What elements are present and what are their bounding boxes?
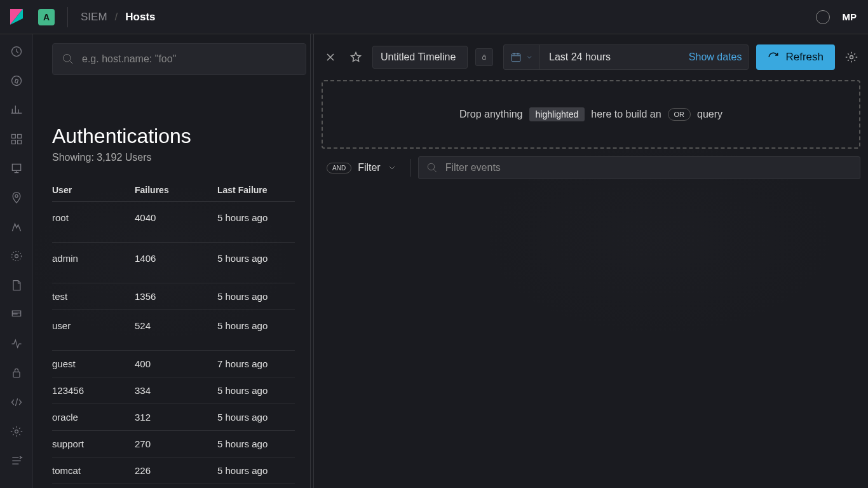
cell-failures: 400 [135, 358, 217, 369]
collapse-icon[interactable] [10, 454, 24, 468]
svg-point-9 [15, 194, 17, 197]
recent-icon[interactable] [10, 44, 24, 58]
lock-button[interactable] [475, 48, 493, 66]
svg-rect-7 [17, 140, 21, 144]
svg-rect-17 [512, 54, 520, 62]
siem-icon[interactable] [10, 366, 24, 380]
svg-rect-5 [17, 135, 21, 139]
maps-icon[interactable] [10, 191, 24, 205]
timeline-settings-button[interactable] [843, 48, 860, 66]
cell-failures: 270 [135, 438, 217, 449]
refresh-button[interactable]: Refresh [756, 44, 835, 70]
cell-failures: 524 [135, 320, 217, 331]
left-nav-rail [0, 34, 33, 488]
kql-input[interactable] [82, 53, 297, 65]
panel-title: Authentications [52, 125, 310, 148]
breadcrumb-siem[interactable]: SIEM [81, 11, 107, 24]
svg-rect-6 [11, 140, 15, 144]
divider [67, 7, 68, 27]
table-row[interactable]: root40405 hours ago [52, 202, 295, 243]
filter-events-wrap[interactable] [418, 156, 860, 179]
filter-events-input[interactable] [445, 162, 852, 173]
filter-label: Filter [358, 162, 381, 173]
and-filter-dropdown[interactable]: AND Filter [322, 158, 402, 177]
stack-mgmt-icon[interactable] [10, 424, 24, 438]
search-icon [426, 162, 438, 173]
kibana-logo[interactable] [6, 7, 27, 27]
cell-last-failure: 5 hours ago [217, 212, 295, 223]
drop-text-post: query [697, 109, 722, 120]
filter-row: AND Filter [322, 156, 860, 179]
col-failures[interactable]: Failures [135, 185, 217, 195]
cell-last-failure: 5 hours ago [217, 253, 295, 264]
cell-failures: 312 [135, 412, 217, 423]
table-row[interactable]: guest4007 hours ago [52, 351, 295, 377]
svg-rect-8 [12, 164, 20, 170]
cell-user: support [52, 438, 135, 449]
divider [410, 159, 410, 177]
table-row[interactable]: 1234563345 hours ago [52, 377, 295, 404]
cell-last-failure: 5 hours ago [217, 291, 295, 302]
table-row[interactable]: oracle3125 hours ago [52, 404, 295, 431]
timeline-title-input[interactable] [372, 46, 468, 69]
apm-icon[interactable] [10, 308, 24, 322]
table-row[interactable]: user5245 hours ago [52, 310, 295, 351]
kql-search[interactable] [52, 43, 306, 75]
infra-icon[interactable] [10, 249, 24, 263]
col-last-failure[interactable]: Last Failure [217, 185, 295, 195]
discover-icon[interactable] [10, 74, 24, 88]
main-area: Authentications Showing: 3,192 Users Use… [33, 34, 868, 488]
cell-last-failure: 5 hours ago [217, 465, 295, 476]
close-timeline-button[interactable] [322, 48, 339, 66]
cell-user: admin [52, 253, 135, 264]
highlighted-pill: highlighted [529, 107, 585, 121]
svg-point-18 [850, 56, 853, 59]
cell-failures: 334 [135, 385, 217, 396]
col-user[interactable]: User [52, 185, 135, 195]
svg-rect-16 [483, 57, 486, 59]
dashboard-icon[interactable] [10, 132, 24, 146]
newsfeed-icon[interactable] [816, 10, 830, 24]
timeline-header: Last 24 hours Show dates Refresh [322, 43, 860, 71]
dev-tools-icon[interactable] [10, 395, 24, 409]
space-badge[interactable]: A [38, 9, 55, 25]
table-row[interactable]: admin14065 hours ago [52, 243, 295, 283]
top-bar: A SIEM / Hosts MP [0, 0, 868, 34]
cell-user: guest [52, 358, 135, 369]
cell-user: tomcat [52, 465, 135, 476]
table-row[interactable]: tomcat2265 hours ago [52, 458, 295, 484]
svg-point-14 [15, 430, 18, 433]
and-badge: AND [327, 163, 351, 173]
favorite-star-icon[interactable] [347, 48, 365, 66]
table-row[interactable]: support2705 hours ago [52, 431, 295, 458]
uptime-icon[interactable] [10, 337, 24, 351]
cell-failures: 4040 [135, 212, 217, 223]
calendar-icon[interactable] [504, 45, 540, 69]
cell-last-failure: 5 hours ago [217, 412, 295, 423]
chevron-down-icon [387, 163, 397, 173]
auth-table: User Failures Last Failure root40405 hou… [52, 179, 295, 484]
breadcrumb-hosts[interactable]: Hosts [125, 11, 155, 24]
or-pill: OR [668, 108, 691, 121]
visualize-icon[interactable] [10, 103, 24, 117]
breadcrumb-sep: / [115, 11, 118, 24]
cell-last-failure: 7 hours ago [217, 358, 295, 369]
cell-user: test [52, 291, 135, 302]
logs-icon[interactable] [10, 278, 24, 292]
cell-last-failure: 5 hours ago [217, 320, 295, 331]
ml-icon[interactable] [10, 220, 24, 234]
cell-failures: 1406 [135, 253, 217, 264]
cell-last-failure: 5 hours ago [217, 385, 295, 396]
svg-rect-13 [13, 372, 20, 377]
query-dropzone[interactable]: Drop anything highlighted here to build … [322, 80, 860, 149]
svg-point-19 [428, 163, 435, 170]
show-dates-link[interactable]: Show dates [689, 51, 742, 63]
date-picker[interactable]: Last 24 hours Show dates [503, 44, 749, 70]
date-range-text: Last 24 hours [540, 51, 689, 63]
user-avatar[interactable]: MP [843, 11, 857, 22]
canvas-icon[interactable] [10, 161, 24, 175]
svg-rect-12 [12, 311, 20, 316]
table-row[interactable]: test13565 hours ago [52, 283, 295, 310]
panel-subtitle: Showing: 3,192 Users [52, 152, 310, 163]
cell-user: oracle [52, 412, 135, 423]
